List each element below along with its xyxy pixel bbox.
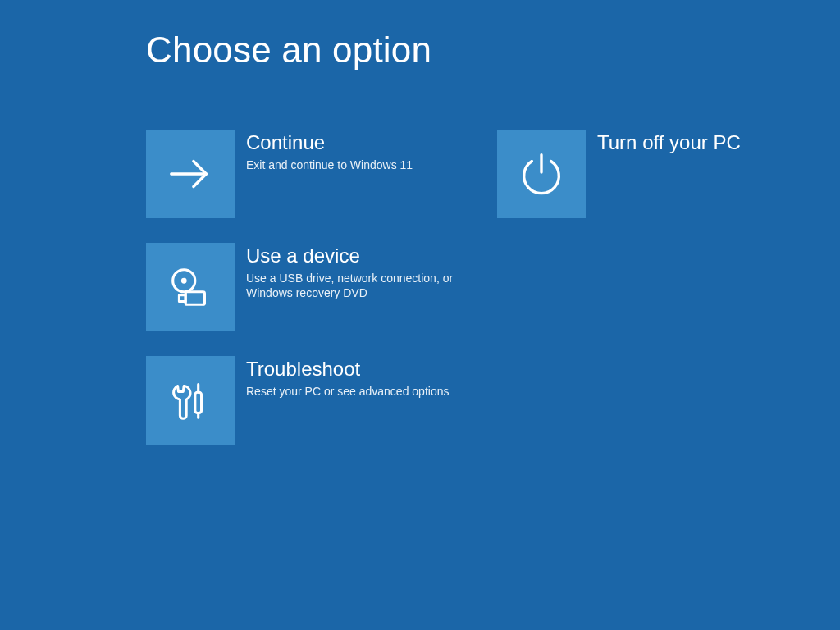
svg-rect-3 [185, 292, 204, 305]
options-column-left: Continue Exit and continue to Windows 11 [146, 130, 474, 445]
disc-usb-icon [165, 262, 216, 313]
page-title: Choose an option [146, 30, 431, 71]
options-column-right: Turn off your PC [497, 130, 825, 445]
option-use-device-desc: Use a USB drive, network connection, or … [246, 271, 459, 300]
option-use-device-labels: Use a device Use a USB drive, network co… [246, 243, 459, 300]
svg-rect-6 [195, 392, 202, 413]
option-turn-off[interactable]: Turn off your PC [497, 130, 825, 218]
option-continue-desc: Exit and continue to Windows 11 [246, 158, 413, 172]
tools-icon [165, 375, 216, 426]
option-continue-title: Continue [246, 131, 413, 154]
option-continue[interactable]: Continue Exit and continue to Windows 11 [146, 130, 474, 218]
option-turn-off-labels: Turn off your PC [597, 130, 741, 154]
use-device-tile [146, 243, 235, 331]
options-grid: Continue Exit and continue to Windows 11 [146, 130, 825, 445]
option-continue-labels: Continue Exit and continue to Windows 11 [246, 130, 413, 172]
svg-point-2 [181, 278, 187, 284]
option-troubleshoot-title: Troubleshoot [246, 358, 449, 381]
option-turn-off-title: Turn off your PC [597, 131, 741, 154]
option-troubleshoot-labels: Troubleshoot Reset your PC or see advanc… [246, 356, 449, 399]
troubleshoot-tile [146, 356, 235, 445]
continue-tile [146, 130, 235, 218]
option-troubleshoot[interactable]: Troubleshoot Reset your PC or see advanc… [146, 356, 474, 445]
turn-off-tile [497, 130, 586, 218]
winre-choose-option-screen: Choose an option Continue Exit and conti… [0, 0, 840, 630]
arrow-right-icon [165, 148, 216, 199]
option-use-device[interactable]: Use a device Use a USB drive, network co… [146, 243, 474, 331]
svg-rect-4 [179, 295, 185, 302]
power-icon [516, 148, 567, 199]
option-troubleshoot-desc: Reset your PC or see advanced options [246, 384, 449, 399]
option-use-device-title: Use a device [246, 244, 459, 267]
